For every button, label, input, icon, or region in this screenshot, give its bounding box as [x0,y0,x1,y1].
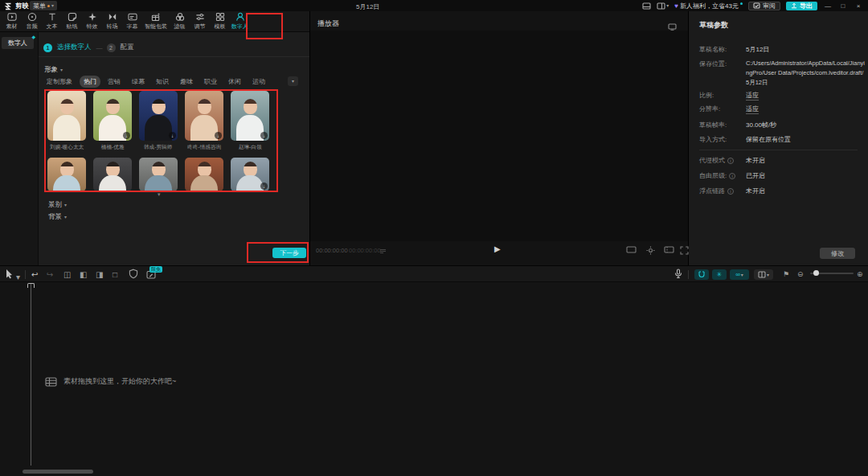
timeline-area[interactable]: 素材拖拽到这里，开始你的大作吧~ [0,283,868,476]
timeline-zoom-slider-thumb[interactable] [813,270,819,276]
play-button[interactable]: ▶ [494,244,501,253]
minimize-button[interactable]: — [823,2,833,10]
category-professional[interactable]: 职业 [200,76,221,88]
draft-params-title: 草稿参数 [699,20,728,31]
player-viewport[interactable] [310,31,688,241]
delete-clip-icon[interactable]: □ [113,269,117,280]
captions-icon [128,12,137,22]
media-placeholder-icon [45,377,57,387]
avatar-card[interactable]: ↓ 韩成-剪辑师 [139,91,178,151]
select-tool-icon[interactable] [5,269,14,281]
avatar-card[interactable]: ↓ 楠楠-优雅 [93,91,132,151]
toolbar-item-filter[interactable]: 滤镜 [170,12,190,31]
player-title: 播放器 [317,18,339,29]
toolbar-item-effects[interactable]: 特效 [82,12,102,31]
layout-toggle-icon[interactable] [642,2,651,10]
appearance-section-label[interactable]: 形象 ▾ [44,65,63,75]
avatar-card[interactable]: 刘婉-暖心太太 [47,91,86,151]
adjust-icon [195,12,205,22]
promo-banner[interactable]: ♥ 新人福利，立省43元 [674,2,743,10]
toolbar-item-sticker[interactable]: 贴纸 [62,12,82,31]
step-1-circle: 1 [43,43,52,52]
avatar-card[interactable] [93,158,132,191]
grid-expand-chevron-icon[interactable]: ▾ [158,191,161,198]
trim-right-icon[interactable]: ◨ [96,269,103,280]
focus-icon[interactable] [646,246,655,256]
resolution-value[interactable]: 适应 [746,105,759,113]
avatar-card[interactable] [47,158,86,191]
zoom-out-icon[interactable]: ⊖ [797,269,804,280]
playhead-line[interactable] [31,284,31,466]
preview-axis-toggle[interactable]: ▾ [754,269,773,280]
toolbar-item-adjust[interactable]: 调节 [190,12,210,31]
avatar-grid-row-1: 刘婉-暖心太太 ↓ 楠楠-优雅 ↓ 韩成-剪辑师 ↓ 咚咚-情感咨询 ↓ 赵琳-… [47,91,269,151]
workspace-layout-button[interactable]: ▾ [657,2,669,10]
category-marketing[interactable]: 营销 [104,76,125,88]
maximize-button[interactable]: □ [838,2,848,10]
divider [699,150,858,150]
freeze-frame-icon[interactable] [129,269,138,281]
avatar-name: 赵琳-白领 [239,143,262,151]
avatar-card[interactable] [139,158,178,191]
trim-left-icon[interactable]: ◧ [80,269,87,280]
transition-icon [108,12,117,22]
export-button[interactable]: 导出 [786,2,817,10]
toolbar-item-smart-package[interactable]: 智能包装 [142,12,170,31]
digital-human-icon [235,12,245,22]
category-fun[interactable]: 趣味 [176,76,197,88]
step-1-label[interactable]: 选择数字人 [57,43,92,52]
main-track-magnet-toggle[interactable] [694,269,709,280]
shot-type-dropdown[interactable]: 景别 ▾ [48,200,67,210]
ratio-icon[interactable] [626,246,637,255]
category-expand-button[interactable]: ▾ [288,76,298,86]
ratio-value[interactable]: 适应 [746,91,759,100]
info-icon[interactable]: i [727,188,734,195]
toolbar-item-audio[interactable]: 音频 [22,12,42,31]
float-pipeline-value: 未开启 [746,187,765,195]
zoom-in-icon[interactable]: ⊕ [857,269,863,280]
info-icon[interactable]: i [729,173,735,179]
fullscreen-icon[interactable] [680,246,689,256]
avatar-card[interactable]: ↓ 赵琳-白领 [231,91,269,151]
review-button[interactable]: 审阅 [748,2,780,10]
modify-button[interactable]: 修改 [820,248,855,259]
menu-button[interactable]: 菜单 ▾ [30,1,57,10]
toolbar-item-template[interactable]: 模板 [210,12,230,31]
background-dropdown[interactable]: 背景 ▾ [48,212,67,222]
avatar-card[interactable] [185,158,223,191]
avatar-image: ↓ [139,91,178,141]
timecode-settings-icon[interactable] [379,248,387,256]
record-voiceover-icon[interactable] [674,269,683,281]
undo-icon[interactable]: ↩ [31,269,38,280]
toolbar-item-text[interactable]: 文本 [42,12,62,31]
sidebar-item-digital-human[interactable]: 数字人 ◆ [2,37,34,49]
float-pipeline-label: 浮点链路 i [699,187,734,195]
redo-icon[interactable]: ↪ [47,269,53,280]
category-casual[interactable]: 休闲 [224,76,245,88]
cover-flag-icon[interactable]: ⚑ [783,269,789,280]
toolbar-item-digital-human[interactable]: 数字人 [230,12,250,31]
category-sports[interactable]: 运动 [248,76,269,88]
avatar-card[interactable]: ↓ 咚咚-情感咨询 [185,91,223,151]
split-clip-icon[interactable]: ◫ [63,269,71,280]
toolbar-item-media[interactable]: 素材 [2,12,22,31]
horizontal-scrollbar[interactable] [23,470,93,474]
category-custom[interactable]: 定制形象 [43,76,76,88]
chevron-down-icon: ▾ [60,68,63,72]
auto-snap-toggle[interactable]: ✳ [712,269,727,280]
close-button[interactable]: × [854,2,863,10]
info-icon[interactable]: i [727,158,734,164]
toolbar-item-transition[interactable]: 转场 [102,12,122,31]
category-hot[interactable]: 热门 [80,76,100,88]
category-knowledge[interactable]: 知识 [152,76,173,88]
step-2-label[interactable]: 配置 [121,43,134,52]
crop-frame-icon[interactable] [664,246,674,255]
avatar-card[interactable]: ↓ [231,158,269,191]
select-tool-chevron-icon[interactable]: ▾ [16,272,20,282]
next-step-button[interactable]: 下一步 [272,248,306,258]
category-greenscreen[interactable]: 绿幕 [128,76,149,88]
linkage-toggle[interactable]: ∞ ▾ [730,269,749,280]
chevron-down-icon: ▾ [64,215,67,220]
toolbar-item-captions[interactable]: 字幕 [122,12,142,31]
media-icon [7,12,17,22]
